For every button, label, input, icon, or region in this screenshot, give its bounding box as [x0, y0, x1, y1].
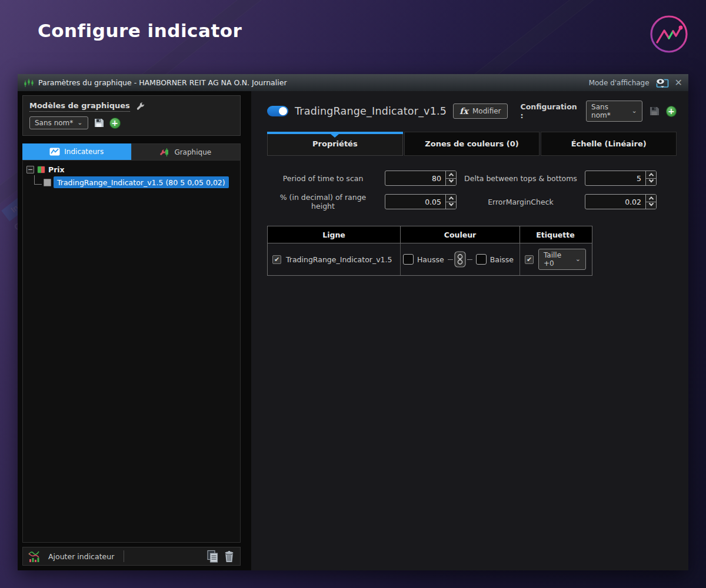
tab-echelle-label: Échelle (Linéaire): [571, 139, 647, 148]
add-template-button[interactable]: +: [109, 118, 121, 129]
tab-zones-label: Zones de couleurs (0): [425, 139, 518, 148]
spinner: [645, 171, 656, 185]
add-indicator-button[interactable]: Ajouter indicateur: [48, 552, 114, 561]
tab-echelle[interactable]: Échelle (Linéaire): [541, 132, 677, 156]
collapse-icon[interactable]: −: [26, 166, 34, 173]
indicator-toggle[interactable]: [267, 106, 288, 116]
line-chart-logo-icon: [648, 13, 690, 55]
display-mode-label: Mode d'affichage: [589, 79, 650, 87]
field-label: ErrorMarginCheck: [462, 198, 579, 206]
window-title: Paramètres du graphique - HAMBORNER REIT…: [38, 78, 287, 87]
window-body: Modèles de graphiques Sans nom* ⌄: [18, 91, 688, 570]
display-mode-icon[interactable]: [655, 78, 670, 88]
color-cell: Hausse: [401, 243, 520, 275]
chart-templates-panel: Modèles de graphiques Sans nom* ⌄: [22, 95, 241, 136]
spinner: [645, 195, 656, 209]
column-header-etiquette: Etiquette: [520, 226, 591, 243]
save-template-icon[interactable]: [94, 118, 104, 128]
error-margin-input[interactable]: [585, 195, 645, 209]
period-of-time-input[interactable]: [385, 171, 445, 185]
brand-logo: [648, 13, 690, 55]
delta-input[interactable]: [585, 171, 645, 185]
field-label: Delta between tops & bottoms: [462, 174, 579, 183]
spinner-down-button[interactable]: [646, 202, 656, 209]
tree-root-label: Prix: [48, 165, 65, 174]
window-titlebar: Paramètres du graphique - HAMBORNER REIT…: [18, 74, 688, 91]
line-name: TradingRange_Indicator_v1.5: [286, 255, 392, 264]
link-connector: [467, 259, 472, 260]
label-visible-checkbox[interactable]: ✔: [525, 255, 534, 264]
tab-indicateurs-label: Indicateurs: [64, 148, 104, 156]
template-select-value: Sans nom*: [35, 119, 73, 127]
tab-graphique[interactable]: Graphique: [131, 143, 241, 160]
candlestick-icon: [24, 78, 34, 88]
page-title: Configure indicator: [38, 20, 242, 41]
label-size-value: Taille +0: [544, 251, 571, 268]
settings-window: Paramètres du graphique - HAMBORNER REIT…: [18, 74, 688, 570]
indicator-title: TradingRange_Indicator_v1.5: [295, 105, 447, 117]
baisse-label: Baisse: [490, 255, 514, 264]
spinner-down-button[interactable]: [646, 179, 656, 186]
tab-proprietes[interactable]: Propriétés: [267, 132, 403, 156]
line-visible-checkbox[interactable]: ✔: [272, 255, 281, 264]
save-configuration-icon[interactable]: [649, 106, 660, 116]
label-size-select[interactable]: Taille +0 ⌄: [538, 249, 586, 270]
chevron-down-icon: ⌄: [575, 258, 581, 262]
field-label: Period of time to scan: [267, 174, 379, 183]
indicator-header: TradingRange_Indicator_v1.5 fx Modifier …: [267, 101, 677, 122]
tab-zones-de-couleurs[interactable]: Zones de couleurs (0): [404, 132, 540, 156]
link-connector: [448, 259, 453, 260]
line-style-table: Ligne Couleur Etiquette ✔ TradingRange_I…: [267, 226, 592, 276]
configuration-select[interactable]: Sans nom* ⌄: [586, 101, 642, 122]
indicator-tree-checkbox[interactable]: [44, 179, 51, 186]
table-header-row: Ligne Couleur Etiquette: [268, 226, 592, 243]
error-margin-field: [585, 194, 657, 209]
line-cell: ✔ TradingRange_Indicator_v1.5: [268, 243, 401, 275]
period-of-time-field: [385, 171, 457, 186]
chevron-down-icon: ⌄: [632, 109, 637, 113]
spinner-down-button[interactable]: [446, 179, 456, 186]
field-label: % (in decimal) of range height: [267, 193, 379, 211]
tree-item-indicator[interactable]: TradingRange_Indicator_v1.5 (80 5 0,05 0…: [54, 176, 229, 188]
tree-item-prix[interactable]: − Prix: [26, 165, 237, 174]
column-header-ligne: Ligne: [268, 226, 401, 243]
parameters-form: Period of time to scan Delta between top…: [267, 171, 677, 211]
link-colors-icon[interactable]: [454, 251, 466, 268]
tab-graphique-label: Graphique: [174, 148, 211, 156]
wrench-icon[interactable]: [136, 102, 145, 111]
fx-icon: fx: [459, 106, 468, 116]
baisse-color-swatch[interactable]: [476, 254, 487, 265]
configuration-label: Configuration :: [521, 102, 580, 120]
active-tab-accent: [267, 132, 403, 134]
spinner-down-button[interactable]: [446, 202, 456, 209]
indicator-tree: − Prix TradingRange_Indicator_v1.5 (80 5…: [22, 160, 241, 543]
modify-button-label: Modifier: [472, 107, 501, 115]
table-row: ✔ TradingRange_Indicator_v1.5 Hausse: [268, 243, 592, 275]
tab-indicateurs[interactable]: Indicateurs: [22, 143, 131, 160]
hausse-label: Hausse: [417, 255, 444, 264]
templates-title: Modèles de graphiques: [29, 101, 130, 112]
spinner: [445, 171, 456, 185]
add-configuration-button[interactable]: +: [666, 106, 677, 117]
sidebar-tabs: Indicateurs Graphique: [22, 143, 241, 160]
indicators-icon: [49, 148, 60, 156]
sidebar-footer: Ajouter indicateur: [22, 547, 241, 566]
template-select[interactable]: Sans nom* ⌄: [29, 116, 88, 129]
page-background: Indicateurs Graphique TradingRange_Indic…: [0, 0, 706, 588]
add-indicator-icon: [28, 550, 44, 563]
modify-button[interactable]: fx Modifier: [453, 103, 507, 119]
copy-icon[interactable]: [206, 550, 219, 563]
price-icon: [37, 166, 45, 173]
hausse-color-swatch[interactable]: [403, 254, 414, 265]
configuration-select-value: Sans nom*: [591, 103, 627, 119]
tree-elbow-line: [34, 175, 42, 185]
tab-proprietes-label: Propriétés: [312, 139, 358, 148]
label-cell: ✔ Taille +0 ⌄: [520, 243, 591, 275]
range-height-input[interactable]: [385, 195, 445, 209]
trash-icon[interactable]: [224, 550, 235, 563]
delta-field: [585, 171, 657, 186]
footer-divider: [124, 550, 124, 562]
column-header-couleur: Couleur: [401, 226, 520, 243]
chevron-down-icon: ⌄: [77, 121, 82, 125]
close-icon[interactable]: ✕: [675, 78, 682, 88]
